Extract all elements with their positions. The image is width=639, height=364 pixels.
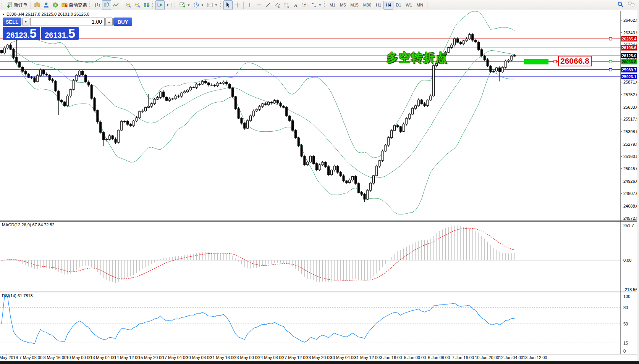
svg-text:10 May 00:00: 10 May 00:00 [66, 355, 92, 360]
cursor-icon [225, 2, 231, 8]
templates-button[interactable]: ▼ [205, 0, 219, 10]
svg-text:6 May 2019: 6 May 2019 [0, 355, 18, 360]
volume-input[interactable] [30, 18, 105, 26]
tab-timeframe-m5[interactable]: M5 [338, 1, 348, 10]
symbol-header: ▲ DJ30-,H4 26117.0 26125.0 26101.0 26125… [2, 12, 89, 16]
chart-canvas[interactable]: 26462.526343.526224.526105.525871.025752… [0, 10, 639, 361]
buy-button[interactable]: BUY [113, 18, 132, 26]
arrows-icon [311, 2, 317, 8]
tab-timeframe-w1[interactable]: W1 [403, 1, 414, 10]
tab-timeframe-m15[interactable]: M15 [348, 1, 361, 10]
svg-text:251.7: 251.7 [623, 223, 634, 228]
buy-price-button[interactable]: 26131.5 [41, 27, 79, 40]
equidistant-channel-button[interactable]: E [273, 0, 282, 10]
horizontal-line-icon [256, 2, 262, 8]
toolbar: 新订单 自动交易 ▼ ▼ [0, 0, 639, 10]
navigator-icon [52, 2, 58, 8]
chat-icon[interactable] [628, 1, 635, 9]
tab-timeframe-h1[interactable]: H1 [374, 1, 383, 10]
svg-text:25398.5: 25398.5 [623, 129, 639, 134]
svg-text:14 May 12:00: 14 May 12:00 [114, 355, 140, 360]
symbol-ohlc-text: DJ30-,H4 26117.0 26125.0 26101.0 26125.0 [6, 12, 89, 16]
data-window-icon [43, 2, 49, 8]
svg-text:15 May 20:00: 15 May 20:00 [138, 355, 164, 360]
market-watch-button[interactable] [32, 0, 42, 10]
trendline-button[interactable] [264, 0, 273, 10]
macd-pane [0, 225, 621, 283]
svg-text:50: 50 [623, 322, 628, 326]
autotrading-button[interactable]: 自动交易 [60, 0, 89, 10]
chart-window[interactable]: 26462.526343.526224.526105.525871.025752… [0, 10, 639, 361]
horizontal-line-button[interactable] [254, 0, 264, 10]
chevron-down-icon: ▼ [201, 3, 204, 7]
collapse-arrow-icon[interactable]: ▲ [2, 13, 5, 16]
crosshair-button[interactable] [233, 0, 242, 10]
market-watch-icon [34, 2, 40, 8]
price-callout-label[interactable]: 26066.8 [558, 56, 592, 66]
navigator-button[interactable] [51, 0, 60, 10]
chart-shift-button[interactable] [165, 0, 174, 10]
zoom-out-icon [134, 2, 141, 8]
tab-timeframe-m1[interactable]: M1 [327, 1, 338, 10]
tab-timeframe-m30[interactable]: M30 [361, 1, 374, 10]
cursor-button[interactable] [223, 0, 233, 10]
new-order-button[interactable]: 新订单 [5, 0, 29, 10]
text-icon: A [293, 2, 299, 8]
chart-annotation-text: 多空转折点 [387, 50, 448, 66]
chevron-down-icon: ▼ [187, 3, 190, 7]
text-button[interactable]: A [291, 0, 300, 10]
auto-scroll-button[interactable] [155, 0, 165, 10]
tile-windows-button[interactable] [142, 0, 151, 10]
text-label-button[interactable]: T [300, 0, 309, 10]
tab-timeframe-mn[interactable]: MN [414, 1, 425, 10]
svg-text:23 May 00:00: 23 May 00:00 [234, 355, 260, 360]
svg-text:26125.0: 26125.0 [622, 53, 636, 58]
volume-down-button[interactable]: ▼ [22, 18, 29, 26]
time-axis[interactable]: 6 May 20197 May 08:008 May 16:0010 May 0… [0, 354, 547, 360]
bar-chart-icon [94, 2, 100, 8]
chevron-down-icon: ▼ [215, 3, 218, 7]
trendline-icon [265, 2, 271, 8]
svg-text:25752.0: 25752.0 [623, 92, 639, 97]
bar-chart-button[interactable] [93, 0, 102, 10]
svg-text:24572.5: 24572.5 [623, 216, 639, 221]
zoom-out-button[interactable] [133, 0, 142, 10]
svg-text:13 Jun 12:00: 13 Jun 12:00 [523, 355, 547, 360]
vertical-line-button[interactable] [245, 0, 254, 10]
zoom-in-button[interactable] [124, 0, 133, 10]
volume-up-button[interactable]: ▲ [105, 18, 113, 26]
periods-button[interactable]: ▼ [192, 0, 205, 10]
svg-text:7 May 08:00: 7 May 08:00 [19, 355, 43, 360]
tab-timeframe-h4[interactable]: H4 [383, 1, 393, 10]
svg-text:25871.0: 25871.0 [623, 80, 639, 84]
tile-windows-icon [144, 2, 150, 8]
svg-text:0: 0 [623, 349, 626, 353]
svg-text:5 Jun 00:00: 5 Jun 00:00 [404, 355, 426, 360]
sell-button[interactable]: SELL [3, 18, 21, 26]
sell-price-button[interactable]: 26123.5 [3, 27, 40, 40]
candlestick-chart-button[interactable] [102, 0, 111, 10]
svg-text:26198.6: 26198.6 [622, 45, 636, 50]
line-chart-button[interactable] [111, 0, 120, 10]
line-chart-icon [113, 2, 119, 8]
fibonacci-button[interactable]: F [282, 0, 291, 10]
bottom-window-edge [0, 361, 639, 364]
search-icon[interactable] [617, 1, 624, 9]
svg-text:0.00: 0.00 [623, 258, 631, 263]
svg-text:10 Jun 20:00: 10 Jun 20:00 [475, 355, 499, 360]
tab-timeframe-d1[interactable]: D1 [393, 1, 403, 10]
indicators-button[interactable]: ▼ [178, 0, 192, 10]
svg-text:26066.8: 26066.8 [622, 60, 636, 64]
svg-text:12 Jun 04:00: 12 Jun 04:00 [499, 355, 523, 360]
indicators-icon [180, 2, 186, 8]
svg-text:24 May 08:00: 24 May 08:00 [258, 355, 284, 360]
data-window-button[interactable] [42, 0, 51, 10]
svg-text:25989.7: 25989.7 [622, 68, 636, 72]
crosshair-icon [234, 2, 240, 8]
svg-text:25633.0: 25633.0 [623, 105, 639, 110]
new-order-icon [6, 2, 13, 8]
svg-text:24807.0: 24807.0 [623, 191, 639, 196]
arrows-button[interactable]: ▼ [309, 0, 323, 10]
svg-text:26285.4: 26285.4 [622, 37, 636, 41]
vertical-line-icon [247, 2, 253, 8]
